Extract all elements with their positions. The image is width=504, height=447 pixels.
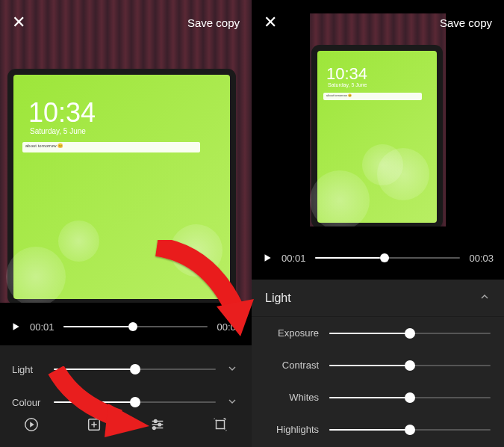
crop-rotate-icon[interactable] — [212, 416, 228, 436]
editor-screen-collapsed: 10:34 Saturday, 5 June about tomorrow 😊 … — [0, 0, 252, 447]
time-duration: 00:03 — [469, 253, 494, 264]
light-panel: Light ExposureContrastWhitesHighlightsSh… — [252, 280, 504, 447]
close-icon[interactable]: ✕ — [12, 13, 25, 32]
whites-label: Whites — [265, 392, 319, 403]
light-label: Light — [12, 364, 45, 375]
top-bar: ✕ Save copy — [0, 0, 252, 45]
colour-slider[interactable] — [54, 401, 216, 403]
tablet-date: Saturday, 5 June — [30, 127, 86, 135]
tablet-notification: about tomorrow 😊 — [323, 93, 422, 100]
scrub-slider[interactable] — [315, 257, 461, 259]
highlights-label: Highlights — [265, 424, 319, 435]
contrast-label: Contrast — [265, 360, 319, 371]
tablet-date: Saturday, 5 June — [328, 82, 367, 87]
close-icon[interactable]: ✕ — [264, 13, 277, 32]
svg-point-3 — [158, 423, 161, 426]
exposure-label: Exposure — [265, 327, 319, 339]
whites-row: Whites — [252, 381, 504, 413]
video-preview[interactable]: 10:34 Saturday, 5 June about tomorrow 😊 — [0, 0, 252, 303]
exposure-slider[interactable] — [329, 333, 491, 334]
chevron-up-icon[interactable] — [479, 291, 491, 306]
light-row: Light — [0, 353, 252, 386]
light-slider[interactable] — [54, 369, 216, 370]
svg-point-2 — [154, 420, 157, 423]
highlights-slider[interactable] — [329, 429, 491, 431]
panel-title: Light — [265, 292, 291, 305]
chevron-down-icon[interactable] — [225, 395, 240, 410]
time-current: 00:01 — [30, 321, 55, 333]
bottom-toolbar — [0, 410, 252, 443]
play-icon[interactable] — [262, 253, 273, 263]
suggestions-icon[interactable] — [23, 416, 40, 436]
chevron-down-icon[interactable] — [225, 363, 240, 377]
top-bar: ✕ Save copy — [252, 0, 504, 45]
highlights-row: Highlights — [252, 413, 504, 446]
enhance-icon[interactable] — [86, 416, 102, 436]
svg-rect-5 — [216, 421, 224, 429]
tablet-clock: 10:34 — [28, 97, 96, 129]
whites-slider[interactable] — [329, 397, 491, 398]
panel-header[interactable]: Light — [252, 280, 504, 317]
svg-point-4 — [152, 427, 155, 430]
adjust-icon[interactable] — [149, 416, 166, 436]
tablet-clock: 10:34 — [326, 64, 367, 84]
adjust-controls: Light Colour — [0, 345, 252, 447]
tablet-in-video: 10:34 Saturday, 5 June about tomorrow 😊 — [13, 75, 230, 299]
playback-bar: 00:01 00:03 — [252, 241, 504, 275]
exposure-row: Exposure — [252, 317, 504, 349]
editor-screen-expanded: ✕ Save copy 10:34 Saturday, 5 June about… — [252, 0, 504, 447]
tablet-in-video: 10:34 Saturday, 5 June about tomorrow 😊 — [317, 51, 437, 223]
tablet-notification: about tomorrow 😊 — [22, 142, 200, 152]
play-icon[interactable] — [10, 321, 21, 332]
colour-label: Colour — [12, 397, 45, 408]
contrast-row: Contrast — [252, 349, 504, 381]
save-copy-button[interactable]: Save copy — [440, 16, 492, 29]
time-duration: 00:03 — [217, 321, 241, 333]
scrub-slider[interactable] — [63, 326, 208, 327]
playback-bar: 00:01 00:03 — [0, 309, 252, 344]
time-current: 00:01 — [281, 253, 306, 264]
save-copy-button[interactable]: Save copy — [187, 16, 240, 29]
contrast-slider[interactable] — [329, 365, 491, 366]
video-preview[interactable]: 10:34 Saturday, 5 June about tomorrow 😊 — [310, 13, 446, 226]
